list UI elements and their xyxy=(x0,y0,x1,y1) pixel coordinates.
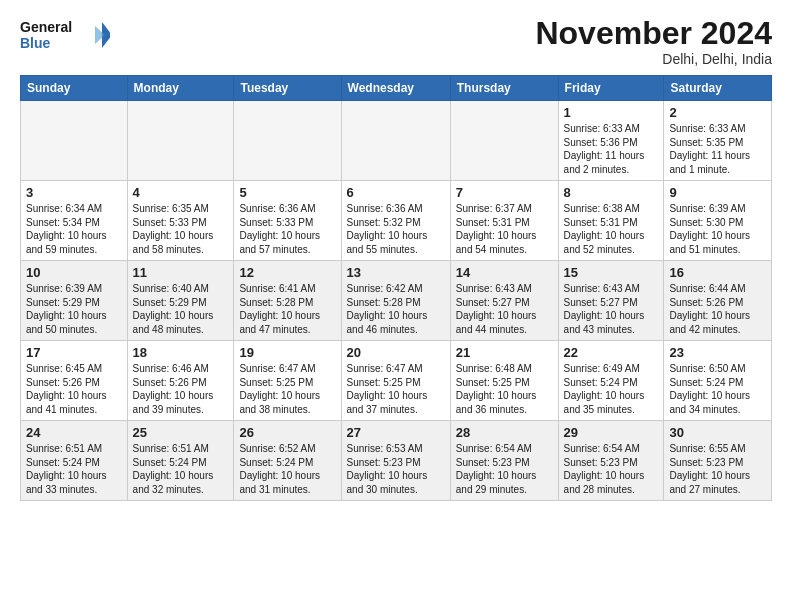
day-info: Sunrise: 6:38 AMSunset: 5:31 PMDaylight:… xyxy=(564,202,659,256)
header-tuesday: Tuesday xyxy=(234,76,341,101)
day-number: 13 xyxy=(347,265,445,280)
header-row: General Blue November 2024 Delhi, Delhi,… xyxy=(20,16,772,67)
day-number: 29 xyxy=(564,425,659,440)
calendar-cell: 28Sunrise: 6:54 AMSunset: 5:23 PMDayligh… xyxy=(450,421,558,501)
calendar-cell xyxy=(341,101,450,181)
day-info: Sunrise: 6:36 AMSunset: 5:32 PMDaylight:… xyxy=(347,202,445,256)
calendar-cell: 7Sunrise: 6:37 AMSunset: 5:31 PMDaylight… xyxy=(450,181,558,261)
day-info: Sunrise: 6:52 AMSunset: 5:24 PMDaylight:… xyxy=(239,442,335,496)
day-info: Sunrise: 6:45 AMSunset: 5:26 PMDaylight:… xyxy=(26,362,122,416)
day-info: Sunrise: 6:44 AMSunset: 5:26 PMDaylight:… xyxy=(669,282,766,336)
day-number: 15 xyxy=(564,265,659,280)
calendar-week-0: 1Sunrise: 6:33 AMSunset: 5:36 PMDaylight… xyxy=(21,101,772,181)
day-number: 5 xyxy=(239,185,335,200)
calendar-cell: 29Sunrise: 6:54 AMSunset: 5:23 PMDayligh… xyxy=(558,421,664,501)
day-number: 27 xyxy=(347,425,445,440)
day-info: Sunrise: 6:42 AMSunset: 5:28 PMDaylight:… xyxy=(347,282,445,336)
svg-text:Blue: Blue xyxy=(20,35,51,51)
day-number: 12 xyxy=(239,265,335,280)
calendar-cell: 5Sunrise: 6:36 AMSunset: 5:33 PMDaylight… xyxy=(234,181,341,261)
location: Delhi, Delhi, India xyxy=(535,51,772,67)
calendar-cell: 19Sunrise: 6:47 AMSunset: 5:25 PMDayligh… xyxy=(234,341,341,421)
header-monday: Monday xyxy=(127,76,234,101)
day-info: Sunrise: 6:37 AMSunset: 5:31 PMDaylight:… xyxy=(456,202,553,256)
calendar-week-2: 10Sunrise: 6:39 AMSunset: 5:29 PMDayligh… xyxy=(21,261,772,341)
header-sunday: Sunday xyxy=(21,76,128,101)
day-number: 10 xyxy=(26,265,122,280)
calendar-cell xyxy=(450,101,558,181)
day-info: Sunrise: 6:36 AMSunset: 5:33 PMDaylight:… xyxy=(239,202,335,256)
day-number: 26 xyxy=(239,425,335,440)
day-number: 17 xyxy=(26,345,122,360)
calendar-cell: 6Sunrise: 6:36 AMSunset: 5:32 PMDaylight… xyxy=(341,181,450,261)
calendar-cell: 23Sunrise: 6:50 AMSunset: 5:24 PMDayligh… xyxy=(664,341,772,421)
calendar-cell: 15Sunrise: 6:43 AMSunset: 5:27 PMDayligh… xyxy=(558,261,664,341)
day-info: Sunrise: 6:55 AMSunset: 5:23 PMDaylight:… xyxy=(669,442,766,496)
calendar-cell: 17Sunrise: 6:45 AMSunset: 5:26 PMDayligh… xyxy=(21,341,128,421)
day-number: 24 xyxy=(26,425,122,440)
day-info: Sunrise: 6:39 AMSunset: 5:30 PMDaylight:… xyxy=(669,202,766,256)
calendar-week-1: 3Sunrise: 6:34 AMSunset: 5:34 PMDaylight… xyxy=(21,181,772,261)
calendar-week-3: 17Sunrise: 6:45 AMSunset: 5:26 PMDayligh… xyxy=(21,341,772,421)
day-info: Sunrise: 6:34 AMSunset: 5:34 PMDaylight:… xyxy=(26,202,122,256)
page: General Blue November 2024 Delhi, Delhi,… xyxy=(0,0,792,517)
day-number: 4 xyxy=(133,185,229,200)
calendar-cell: 22Sunrise: 6:49 AMSunset: 5:24 PMDayligh… xyxy=(558,341,664,421)
header-friday: Friday xyxy=(558,76,664,101)
day-info: Sunrise: 6:50 AMSunset: 5:24 PMDaylight:… xyxy=(669,362,766,416)
title-block: November 2024 Delhi, Delhi, India xyxy=(535,16,772,67)
calendar-cell: 14Sunrise: 6:43 AMSunset: 5:27 PMDayligh… xyxy=(450,261,558,341)
calendar-cell: 13Sunrise: 6:42 AMSunset: 5:28 PMDayligh… xyxy=(341,261,450,341)
day-number: 7 xyxy=(456,185,553,200)
day-info: Sunrise: 6:51 AMSunset: 5:24 PMDaylight:… xyxy=(133,442,229,496)
day-info: Sunrise: 6:51 AMSunset: 5:24 PMDaylight:… xyxy=(26,442,122,496)
header-wednesday: Wednesday xyxy=(341,76,450,101)
calendar-cell: 10Sunrise: 6:39 AMSunset: 5:29 PMDayligh… xyxy=(21,261,128,341)
day-info: Sunrise: 6:35 AMSunset: 5:33 PMDaylight:… xyxy=(133,202,229,256)
day-number: 19 xyxy=(239,345,335,360)
day-number: 16 xyxy=(669,265,766,280)
calendar: Sunday Monday Tuesday Wednesday Thursday… xyxy=(20,75,772,501)
calendar-cell: 12Sunrise: 6:41 AMSunset: 5:28 PMDayligh… xyxy=(234,261,341,341)
calendar-cell: 3Sunrise: 6:34 AMSunset: 5:34 PMDaylight… xyxy=(21,181,128,261)
month-title: November 2024 xyxy=(535,16,772,51)
day-number: 9 xyxy=(669,185,766,200)
day-info: Sunrise: 6:47 AMSunset: 5:25 PMDaylight:… xyxy=(239,362,335,416)
day-number: 21 xyxy=(456,345,553,360)
calendar-cell: 27Sunrise: 6:53 AMSunset: 5:23 PMDayligh… xyxy=(341,421,450,501)
day-number: 3 xyxy=(26,185,122,200)
day-info: Sunrise: 6:43 AMSunset: 5:27 PMDaylight:… xyxy=(456,282,553,336)
calendar-cell: 11Sunrise: 6:40 AMSunset: 5:29 PMDayligh… xyxy=(127,261,234,341)
day-info: Sunrise: 6:33 AMSunset: 5:36 PMDaylight:… xyxy=(564,122,659,176)
day-info: Sunrise: 6:54 AMSunset: 5:23 PMDaylight:… xyxy=(564,442,659,496)
day-number: 28 xyxy=(456,425,553,440)
day-number: 2 xyxy=(669,105,766,120)
day-number: 18 xyxy=(133,345,229,360)
calendar-cell xyxy=(127,101,234,181)
day-info: Sunrise: 6:53 AMSunset: 5:23 PMDaylight:… xyxy=(347,442,445,496)
svg-text:General: General xyxy=(20,19,72,35)
calendar-cell: 4Sunrise: 6:35 AMSunset: 5:33 PMDaylight… xyxy=(127,181,234,261)
calendar-cell xyxy=(21,101,128,181)
calendar-cell: 20Sunrise: 6:47 AMSunset: 5:25 PMDayligh… xyxy=(341,341,450,421)
calendar-week-4: 24Sunrise: 6:51 AMSunset: 5:24 PMDayligh… xyxy=(21,421,772,501)
day-number: 8 xyxy=(564,185,659,200)
day-info: Sunrise: 6:49 AMSunset: 5:24 PMDaylight:… xyxy=(564,362,659,416)
calendar-cell: 9Sunrise: 6:39 AMSunset: 5:30 PMDaylight… xyxy=(664,181,772,261)
day-number: 14 xyxy=(456,265,553,280)
day-info: Sunrise: 6:41 AMSunset: 5:28 PMDaylight:… xyxy=(239,282,335,336)
day-number: 11 xyxy=(133,265,229,280)
logo-svg: General Blue xyxy=(20,16,110,54)
header-thursday: Thursday xyxy=(450,76,558,101)
calendar-cell: 25Sunrise: 6:51 AMSunset: 5:24 PMDayligh… xyxy=(127,421,234,501)
day-number: 22 xyxy=(564,345,659,360)
day-info: Sunrise: 6:39 AMSunset: 5:29 PMDaylight:… xyxy=(26,282,122,336)
calendar-cell xyxy=(234,101,341,181)
day-info: Sunrise: 6:33 AMSunset: 5:35 PMDaylight:… xyxy=(669,122,766,176)
day-number: 30 xyxy=(669,425,766,440)
day-number: 6 xyxy=(347,185,445,200)
calendar-cell: 16Sunrise: 6:44 AMSunset: 5:26 PMDayligh… xyxy=(664,261,772,341)
calendar-cell: 8Sunrise: 6:38 AMSunset: 5:31 PMDaylight… xyxy=(558,181,664,261)
calendar-cell: 1Sunrise: 6:33 AMSunset: 5:36 PMDaylight… xyxy=(558,101,664,181)
day-info: Sunrise: 6:46 AMSunset: 5:26 PMDaylight:… xyxy=(133,362,229,416)
